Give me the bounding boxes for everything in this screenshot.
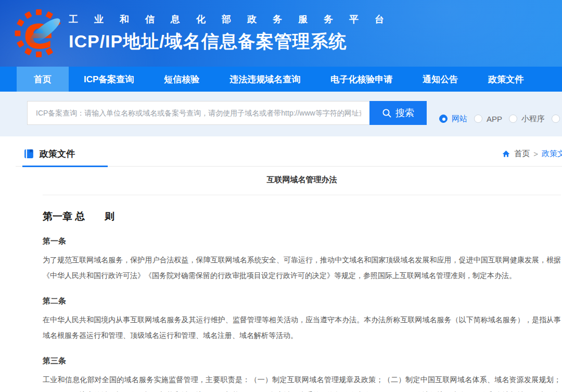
nav-item-0[interactable]: 首页 bbox=[17, 67, 69, 92]
breadcrumb-current: 政策文件 bbox=[542, 149, 562, 159]
radio-label: APP bbox=[487, 115, 502, 123]
article-label-0: 第一条 bbox=[43, 236, 561, 246]
search-input[interactable] bbox=[27, 101, 369, 125]
search-icon bbox=[382, 108, 392, 118]
search-type-radio-3[interactable]: 快应用 bbox=[552, 114, 562, 124]
chapter-heading: 第一章 总 则 bbox=[43, 210, 561, 223]
nav-item-6[interactable]: 政策文件 bbox=[473, 67, 539, 92]
nav-item-5[interactable]: 通知公告 bbox=[407, 67, 473, 92]
content: 政策文件 首页 > 政策文件 互联网域名管理办法 第一章 总 则 第一条为了规范… bbox=[0, 136, 562, 392]
title-divider bbox=[43, 195, 561, 195]
search-type-radio-1[interactable]: APP bbox=[474, 115, 502, 123]
search-box: 搜索 bbox=[27, 101, 427, 125]
header-titles: 工业和信息化部政务服务平台 ICP/IP地址/域名信息备案管理系统 bbox=[69, 13, 400, 54]
search-type-radio-group: 网站APP小程序快应用 bbox=[439, 112, 562, 125]
breadcrumb-separator: > bbox=[533, 149, 538, 158]
main-nav: 首页ICP备案查询短信核验违法违规域名查询电子化核验申请通知公告政策文件 bbox=[0, 67, 562, 92]
radio-dot-icon bbox=[439, 115, 448, 123]
article-text-0: 为了规范互联网域名服务，保护用户合法权益，保障互联网域名系统安全、可靠运行，推动… bbox=[43, 252, 561, 283]
radio-label: 网站 bbox=[452, 114, 467, 124]
section-title-wrap: 政策文件 bbox=[23, 148, 75, 160]
search-type-radio-2[interactable]: 小程序 bbox=[509, 114, 545, 124]
nav-item-2[interactable]: 短信核验 bbox=[149, 67, 214, 92]
search-section: 搜索 网站APP小程序快应用 bbox=[0, 92, 562, 136]
article-label-1: 第二条 bbox=[43, 296, 561, 306]
article-text-2: 工业和信息化部对全国的域名服务实施监督管理，主要职责是：（一）制定互联网域名管理… bbox=[43, 372, 561, 392]
section-underline bbox=[22, 166, 108, 167]
miit-logo: e bbox=[15, 6, 62, 60]
search-button[interactable]: 搜索 bbox=[369, 101, 427, 125]
search-type-radio-0[interactable]: 网站 bbox=[439, 114, 467, 124]
site-header: e 工业和信息化部政务服务平台 ICP/IP地址/域名信息备案管理系统 bbox=[0, 0, 562, 67]
nav-item-1[interactable]: ICP备案查询 bbox=[69, 67, 149, 92]
article-text-1: 在中华人民共和国境内从事互联网域名服务及其运行维护、监督管理等相关活动，应当遵守… bbox=[43, 312, 561, 343]
nav-item-4[interactable]: 电子化核验申请 bbox=[315, 67, 407, 92]
section-header: 政策文件 首页 > 政策文件 bbox=[16, 136, 562, 167]
search-button-label: 搜索 bbox=[395, 107, 414, 119]
page: e 工业和信息化部政务服务平台 ICP/IP地址/域名信息备案管理系统 bbox=[0, 0, 562, 392]
breadcrumb-home[interactable]: 首页 bbox=[514, 149, 530, 159]
nav-item-3[interactable]: 违法违规域名查询 bbox=[214, 67, 315, 92]
gear-e-logo-icon: e bbox=[15, 6, 62, 60]
policy-document: 互联网域名管理办法 第一章 总 则 第一条为了规范互联网域名服务，保护用户合法权… bbox=[16, 175, 562, 392]
breadcrumb: 首页 > 政策文件 bbox=[502, 149, 562, 159]
system-title: ICP/IP地址/域名信息备案管理系统 bbox=[69, 30, 400, 54]
home-icon bbox=[502, 149, 510, 158]
section-title: 政策文件 bbox=[40, 148, 75, 160]
radio-label: 小程序 bbox=[521, 114, 545, 124]
radio-dot-icon bbox=[509, 115, 517, 123]
policy-book-icon bbox=[23, 148, 34, 159]
radio-dot-icon bbox=[552, 115, 560, 123]
document-title: 互联网域名管理办法 bbox=[43, 175, 561, 185]
article-label-2: 第三条 bbox=[43, 356, 561, 366]
radio-dot-icon bbox=[474, 115, 482, 123]
articles: 第一条为了规范互联网域名服务，保护用户合法权益，保障互联网域名系统安全、可靠运行… bbox=[43, 236, 561, 392]
platform-name: 工业和信息化部政务服务平台 bbox=[69, 13, 400, 26]
